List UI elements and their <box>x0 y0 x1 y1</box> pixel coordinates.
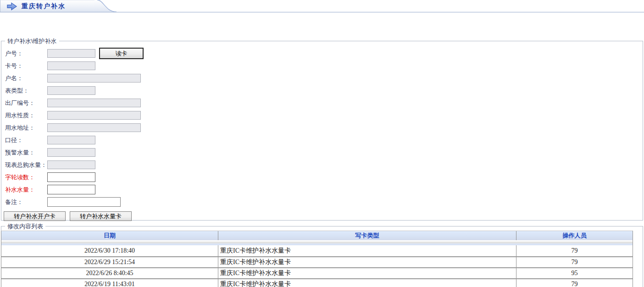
tab-curve-decoration <box>94 0 117 12</box>
history-table-header: 日期 写卡类型 操作人员 <box>1 231 633 240</box>
label-water-use-type: 用水性质： <box>5 111 47 120</box>
transfer-open-card-button[interactable]: 转户补水开户卡 <box>4 211 66 221</box>
label-remark: 备注： <box>5 198 47 206</box>
cell-card-type: 重庆IC卡维护补水水量卡 <box>218 268 516 278</box>
tab-bar: 重庆转户补水 <box>0 0 644 12</box>
column-header-card-type: 写卡类型 <box>218 231 516 240</box>
cell-date: 2022/6/30 17:18:40 <box>1 245 218 256</box>
account-name-input <box>47 74 141 83</box>
column-header-operator: 操作人员 <box>516 231 633 240</box>
history-table-row: 2022/6/29 15:21:54重庆IC卡维护补水水量卡79 <box>1 256 633 267</box>
remark-input[interactable] <box>47 197 121 207</box>
history-table-body: 2022/6/30 17:18:40重庆IC卡维护补水水量卡792022/6/2… <box>1 245 633 287</box>
label-account-name: 户名： <box>5 74 47 83</box>
form-row-factory-number: 出厂编号： <box>5 97 643 109</box>
label-caliber: 口径： <box>5 136 47 144</box>
cell-operator: 95 <box>516 268 633 278</box>
page-title: 重庆转户补水 <box>22 2 66 11</box>
form-row-water-address: 用水地址： <box>5 121 643 134</box>
label-warning-volume: 预警水量： <box>5 149 47 157</box>
transfer-amount-card-button[interactable]: 转户补水水量卡 <box>70 211 132 221</box>
column-header-date: 日期 <box>1 231 218 240</box>
label-account-number: 户号： <box>5 50 47 58</box>
form-groupbox-legend: 转户补水\维护补水 <box>5 37 59 45</box>
form-rows: 户号：读卡卡号：户名：表类型：出厂编号：用水性质：用水地址：口径：预警水量：现表… <box>5 47 643 208</box>
warning-volume-input <box>47 148 95 157</box>
form-row-replenish-volume: 补水水量： <box>5 183 643 196</box>
total-purchased-volume-input <box>47 160 95 169</box>
form-row-card-number: 卡号： <box>5 60 643 72</box>
read-card-button[interactable]: 读卡 <box>99 48 144 59</box>
cell-card-type: 重庆IC卡维护补水水量卡 <box>218 257 516 267</box>
form-row-account-number: 户号：读卡 <box>5 47 643 60</box>
history-groupbox-legend: 修改内容列表 <box>5 222 45 231</box>
form-row-caliber: 口径： <box>5 134 643 146</box>
history-table-row: 2022/6/26 8:40:45重庆IC卡维护补水水量卡95 <box>1 267 633 278</box>
wheel-reading-input[interactable] <box>47 172 95 182</box>
form-row-warning-volume: 预警水量： <box>5 146 643 159</box>
cell-card-type: 重庆IC卡维护补水水量卡 <box>218 245 516 256</box>
water-use-type-input <box>47 111 141 120</box>
form-row-account-name: 户名： <box>5 72 643 84</box>
cell-date: 2022/6/26 8:40:45 <box>1 268 218 278</box>
form-row-meter-type: 表类型： <box>5 84 643 97</box>
label-total-purchased-volume: 现表总购水量： <box>5 161 47 169</box>
card-buttons-row: 转户补水开户卡 转户补水水量卡 <box>4 211 643 221</box>
card-number-input <box>47 61 95 70</box>
form-row-water-use-type: 用水性质： <box>5 109 643 121</box>
meter-type-input <box>47 86 95 95</box>
blue-right-arrow-icon <box>6 2 17 11</box>
form-row-wheel-reading: 字轮读数： <box>5 171 643 183</box>
cell-card-type: 重庆IC卡维护补水水量卡 <box>218 279 516 287</box>
cell-operator: 79 <box>516 257 633 267</box>
label-water-address: 用水地址： <box>5 124 47 132</box>
replenish-volume-input[interactable] <box>47 185 95 194</box>
label-factory-number: 出厂编号： <box>5 99 47 107</box>
form-row-total-purchased-volume: 现表总购水量： <box>5 159 643 171</box>
cell-operator: 79 <box>516 279 633 287</box>
label-card-number: 卡号： <box>5 62 47 70</box>
account-number-input <box>47 49 95 58</box>
cell-date: 2022/6/19 11:43:01 <box>1 279 218 287</box>
history-table-row: 2022/6/30 17:18:40重庆IC卡维护补水水量卡79 <box>1 245 633 256</box>
factory-number-input <box>47 99 141 107</box>
label-replenish-volume: 补水水量： <box>5 186 47 194</box>
history-table: 日期 写卡类型 操作人员 2022/6/30 17:18:40重庆IC卡维护补水… <box>1 231 633 287</box>
form-groupbox: 转户补水\维护补水 户号：读卡卡号：户名：表类型：出厂编号：用水性质：用水地址：… <box>1 41 643 221</box>
label-wheel-reading: 字轮读数： <box>5 173 47 182</box>
cell-operator: 79 <box>516 245 633 256</box>
label-meter-type: 表类型： <box>5 87 47 95</box>
water-address-input <box>47 123 141 132</box>
caliber-input <box>47 136 95 144</box>
history-table-row: 2022/6/19 11:43:01重庆IC卡维护补水水量卡79 <box>1 278 633 287</box>
cell-date: 2022/6/29 15:21:54 <box>1 257 218 267</box>
tab-current-page[interactable]: 重庆转户补水 <box>0 0 94 12</box>
form-row-remark: 备注： <box>5 196 643 208</box>
